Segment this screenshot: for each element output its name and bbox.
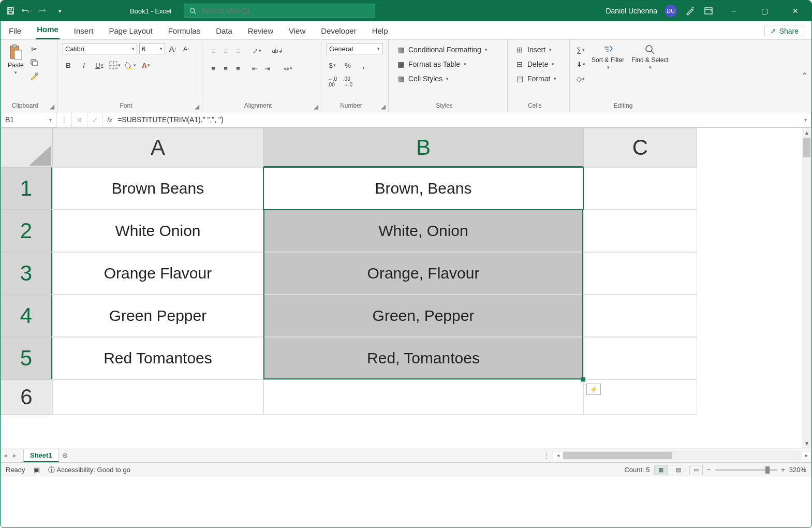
align-bottom-icon[interactable]: ≡ bbox=[232, 45, 244, 56]
cell-A2[interactable]: White Onion bbox=[52, 210, 263, 252]
cell-A5[interactable]: Red Tomantoes bbox=[52, 337, 263, 379]
select-all-corner[interactable] bbox=[1, 128, 52, 167]
col-header-A[interactable]: A bbox=[52, 128, 263, 167]
sheet-tab-sheet1[interactable]: Sheet1 bbox=[23, 449, 59, 462]
decrease-decimal-icon[interactable]: .00→.0 bbox=[342, 76, 353, 87]
quick-analysis-icon[interactable]: ⚡ bbox=[586, 384, 601, 395]
vertical-scrollbar[interactable]: ▲ ▼ bbox=[802, 128, 811, 448]
col-header-C[interactable]: C bbox=[583, 128, 697, 167]
format-painter-icon[interactable] bbox=[29, 71, 39, 81]
increase-font-icon[interactable]: A↑ bbox=[167, 43, 179, 54]
macro-record-icon[interactable]: ▣ bbox=[34, 466, 40, 474]
paste-button[interactable]: Paste▾ bbox=[6, 43, 26, 76]
format-as-table-button[interactable]: ▦Format as Table▾ bbox=[394, 58, 502, 70]
cell-B2[interactable]: White, Onion bbox=[263, 210, 583, 252]
alignment-launcher-icon[interactable]: ◢ bbox=[313, 104, 319, 110]
formula-input[interactable]: fx =SUBSTITUTE(TRIM(A1)," ",", ") ▾ bbox=[103, 112, 811, 127]
save-icon[interactable] bbox=[5, 5, 16, 17]
tab-file[interactable]: File bbox=[8, 23, 22, 39]
accounting-format-icon[interactable]: $▾ bbox=[327, 60, 338, 71]
zoom-in-icon[interactable]: + bbox=[781, 466, 785, 474]
fill-icon[interactable]: ⬇▾ bbox=[575, 58, 586, 70]
font-size-combo[interactable]: 6▾ bbox=[139, 43, 165, 54]
conditional-formatting-button[interactable]: ▦Conditional Formatting▾ bbox=[394, 44, 502, 55]
search-box[interactable] bbox=[184, 4, 375, 18]
accessibility-status[interactable]: ⓘAccessibility: Good to go bbox=[48, 465, 130, 475]
page-break-view-icon[interactable]: ▭ bbox=[689, 465, 703, 475]
cells-insert-button[interactable]: ⊞Insert▾ bbox=[513, 44, 564, 55]
fill-handle[interactable] bbox=[581, 377, 585, 382]
fx-dropdown-icon[interactable]: ⋮ bbox=[56, 112, 72, 127]
cancel-formula-icon[interactable]: ✕ bbox=[72, 112, 87, 127]
font-launcher-icon[interactable]: ◢ bbox=[194, 104, 200, 110]
scroll-up-icon[interactable]: ▲ bbox=[802, 128, 811, 137]
collapse-ribbon-icon[interactable]: ⌃ bbox=[797, 40, 811, 112]
align-center-icon[interactable]: ≡ bbox=[220, 63, 231, 74]
tab-split-icon[interactable]: ⋮ bbox=[543, 451, 550, 459]
tab-page-layout[interactable]: Page Layout bbox=[108, 23, 153, 39]
row-header-1[interactable]: 1 bbox=[1, 167, 52, 210]
cell-B3[interactable]: Orange, Flavour bbox=[263, 252, 583, 295]
sheet-nav-next-icon[interactable]: ▸ bbox=[10, 451, 19, 459]
find-select-button[interactable]: Find & Select▾ bbox=[629, 43, 670, 71]
font-color-icon[interactable]: A▾ bbox=[140, 60, 152, 71]
cell-styles-button[interactable]: ▦Cell Styles▾ bbox=[394, 73, 502, 84]
cell-A3[interactable]: Orange Flavour bbox=[52, 252, 263, 295]
underline-button[interactable]: U▾ bbox=[94, 60, 105, 71]
close-button[interactable]: ✕ bbox=[784, 1, 807, 21]
row-header-4[interactable]: 4 bbox=[1, 295, 52, 337]
qat-customize-icon[interactable]: ▾ bbox=[54, 5, 66, 17]
autosum-icon[interactable]: ∑▾ bbox=[575, 44, 586, 55]
name-box[interactable]: B1▾ bbox=[1, 112, 56, 127]
comma-format-icon[interactable]: , bbox=[358, 60, 369, 71]
hscroll-thumb[interactable] bbox=[563, 452, 672, 459]
scroll-down-icon[interactable]: ▼ bbox=[802, 438, 811, 448]
enter-formula-icon[interactable]: ✓ bbox=[87, 112, 103, 127]
cell-C1[interactable] bbox=[583, 167, 697, 210]
cell-A1[interactable]: Brown Beans bbox=[52, 167, 263, 210]
number-format-combo[interactable]: General▾ bbox=[327, 43, 382, 54]
cell-C5[interactable] bbox=[583, 337, 697, 379]
row-header-2[interactable]: 2 bbox=[1, 210, 52, 252]
cell-C3[interactable] bbox=[583, 252, 697, 295]
row-header-5[interactable]: 5 bbox=[1, 337, 52, 379]
maximize-button[interactable]: ▢ bbox=[752, 1, 776, 21]
cell-B6[interactable] bbox=[263, 379, 583, 415]
hscroll-left-icon[interactable]: ◂ bbox=[553, 452, 563, 458]
cut-icon[interactable]: ✂ bbox=[29, 44, 39, 54]
page-layout-view-icon[interactable]: ▤ bbox=[672, 465, 685, 475]
decrease-font-icon[interactable]: A↓ bbox=[181, 43, 192, 54]
orientation-icon[interactable]: ⤢▾ bbox=[251, 45, 262, 56]
italic-button[interactable]: I bbox=[78, 60, 90, 71]
copy-icon[interactable] bbox=[29, 57, 39, 68]
merge-center-icon[interactable]: ⇔▾ bbox=[282, 63, 293, 74]
coming-soon-icon[interactable] bbox=[684, 5, 696, 17]
share-button[interactable]: ↗Share bbox=[764, 25, 804, 37]
cells-format-button[interactable]: ▤Format▾ bbox=[513, 73, 564, 84]
number-launcher-icon[interactable]: ◢ bbox=[380, 104, 386, 110]
borders-icon[interactable]: ▾ bbox=[109, 60, 121, 71]
sort-filter-button[interactable]: Sort & Filter▾ bbox=[589, 43, 626, 71]
cell-C2[interactable] bbox=[583, 210, 697, 252]
col-header-B[interactable]: B bbox=[263, 128, 583, 167]
search-input[interactable] bbox=[201, 7, 370, 15]
tab-home[interactable]: Home bbox=[36, 22, 60, 39]
tab-data[interactable]: Data bbox=[215, 23, 233, 39]
cell-B1[interactable]: Brown, Beans bbox=[263, 167, 583, 210]
cell-A4[interactable]: Green Pepper bbox=[52, 295, 263, 337]
tab-insert[interactable]: Insert bbox=[73, 23, 95, 39]
tab-developer[interactable]: Developer bbox=[320, 23, 357, 39]
sheet-nav-prev-icon[interactable]: ◂ bbox=[1, 451, 10, 459]
zoom-slider[interactable] bbox=[715, 469, 777, 471]
zoom-thumb[interactable] bbox=[765, 466, 770, 474]
ribbon-display-icon[interactable] bbox=[703, 5, 714, 17]
cell-B4[interactable]: Green, Pepper bbox=[263, 295, 583, 337]
cell-B5[interactable]: Red, Tomantoes bbox=[263, 337, 583, 379]
normal-view-icon[interactable]: ▦ bbox=[654, 465, 668, 475]
user-name[interactable]: Daniel Uchenna bbox=[606, 7, 657, 15]
align-middle-icon[interactable]: ≡ bbox=[220, 45, 231, 56]
cells-delete-button[interactable]: ⊟Delete▾ bbox=[513, 58, 564, 70]
clipboard-launcher-icon[interactable]: ◢ bbox=[49, 104, 55, 110]
row-header-6[interactable]: 6 bbox=[1, 379, 52, 415]
horizontal-scrollbar[interactable]: ◂ ▸ bbox=[553, 451, 811, 460]
